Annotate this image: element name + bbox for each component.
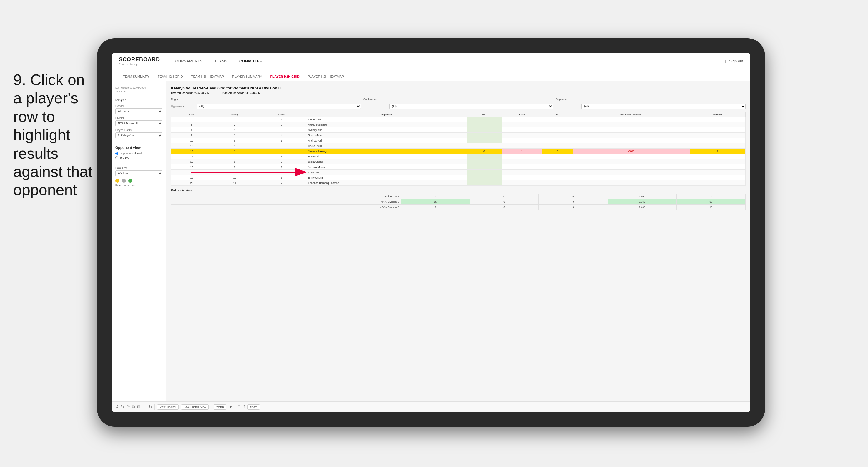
tab-player-h2h-heatmap[interactable]: PLAYER H2H HEATMAP [304, 72, 348, 81]
conference-filter-select[interactable]: (All) [389, 103, 554, 109]
opponent-filter-label: Opponent [556, 98, 579, 101]
table-row[interactable]: 613 Sydney Kuo [171, 127, 746, 133]
sidebar-timestamp: Last Updated: 27/03/2024 16:55:28 [115, 86, 162, 93]
copy-icon[interactable]: ⧉ [132, 405, 135, 409]
th-loss: Loss [502, 112, 542, 117]
opponent-view-radios: Opponents Played Top 100 [115, 152, 162, 159]
sidebar: Last Updated: 27/03/2024 16:55:28 Player… [112, 81, 166, 401]
logo-area: SCOREBOARD Powered by clippd [119, 57, 160, 66]
grid-icon[interactable]: ⊞ [238, 405, 241, 409]
table-row[interactable]: 131 Heejo Hyun [171, 143, 746, 149]
main-content: Last Updated: 27/03/2024 16:55:28 Player… [112, 81, 750, 401]
opponents-label: Opponents: [171, 105, 194, 108]
share-button[interactable]: Share [247, 404, 260, 410]
colour-level-circle [122, 179, 126, 183]
gender-label: Gender [115, 104, 162, 107]
out-row-foreign[interactable]: Foreign Team 1 0 0 4.500 2 [171, 194, 746, 199]
instruction-text: 9. Click on a player's row to highlight … [13, 71, 96, 199]
th-opponent: Opponent [306, 112, 467, 117]
th-win: Win [467, 112, 502, 117]
th-div: # Div [171, 112, 212, 117]
nav-bar: SCOREBOARD Powered by clippd TOURNAMENTS… [112, 53, 750, 69]
tab-player-h2h-grid[interactable]: PLAYER H2H GRID [266, 72, 304, 81]
division-label: Division [115, 117, 162, 120]
tab-player-summary[interactable]: PLAYER SUMMARY [228, 72, 266, 81]
division-record: Division Record: 331 - 34 - 6 [220, 92, 259, 95]
watch-button[interactable]: Watch [214, 404, 226, 410]
opponent-view-title: Opponent view [115, 146, 162, 150]
share-icon[interactable]: ⤴ [243, 405, 245, 409]
table-row-highlighted[interactable]: 13 1 Jessica Huang 0 1 0 -3.00 2 [171, 149, 746, 154]
toolbar-sep-2 [211, 404, 211, 410]
table-header-row: # Div # Reg # Conf Opponent Win Loss Tie… [171, 112, 746, 117]
sidebar-divider-1 [115, 142, 162, 142]
gender-select[interactable]: Women's [115, 108, 162, 114]
content-panel: Katelyn Vo Head-to-Head Grid for Women's… [166, 81, 750, 401]
bottom-toolbar: ↺ ↻ ↷ ⧉ ⊞ — ↻ View: Original Save Custom… [112, 401, 750, 412]
toolbar-sep-1 [154, 404, 155, 410]
logo-sub: Powered by clippd [119, 63, 160, 66]
nav-tournaments[interactable]: TOURNAMENTS [172, 59, 204, 63]
watch-dropdown-icon[interactable]: ▼ [228, 405, 232, 409]
save-custom-view-button[interactable]: Save Custom View [181, 404, 209, 410]
table-row[interactable]: 20117 Federica Domecq Lacroze [171, 180, 746, 186]
player-rank-select[interactable]: 8. Katelyn Vo [115, 132, 162, 138]
player-rank-label: Player (Rank) [115, 129, 162, 131]
colour-down-circle [115, 179, 120, 183]
tab-team-h2h-grid[interactable]: TEAM H2H GRID [154, 72, 187, 81]
redo-icon[interactable]: ↻ [121, 405, 124, 409]
division-select[interactable]: NCAA Division III [115, 120, 162, 126]
table-row[interactable]: 31 Esther Lee [171, 117, 746, 122]
conference-filter-label: Conference [363, 98, 387, 101]
sign-out-link[interactable]: Sign out [729, 59, 743, 63]
nav-right: | Sign out [725, 59, 743, 63]
table-body: 31 Esther Lee 522 Alexis Sudjianto 613 S… [171, 117, 746, 186]
refresh-icon[interactable]: ↻ [149, 405, 152, 409]
out-table-body: Foreign Team 1 0 0 4.500 2 NAIA Division… [171, 194, 746, 210]
table-row[interactable]: 1585 Stella Cheng [171, 159, 746, 164]
radio-opponents-played[interactable]: Opponents Played [115, 152, 162, 155]
table-row[interactable]: 1474 Eunice Yi [171, 154, 746, 159]
sidebar-player-title: Player [115, 98, 162, 102]
table-row[interactable]: 19106 Emily Chang [171, 175, 746, 180]
opponent-filter-select[interactable]: (All) [581, 103, 746, 109]
nav-separator: | [725, 59, 725, 63]
out-row-naia1[interactable]: NAIA Division 1 15 0 0 9.267 30 [171, 199, 746, 205]
overall-record: Overall Record: 353 - 34 - 6 [171, 92, 209, 95]
tab-team-summary[interactable]: TEAM SUMMARY [119, 72, 154, 81]
table-row[interactable]: 914 Sharon Mun [171, 133, 746, 138]
region-filter-label: Region [171, 98, 194, 101]
logo-text: SCOREBOARD [119, 57, 160, 63]
dash-icon[interactable]: — [143, 405, 147, 409]
tab-team-h2h-heatmap[interactable]: TEAM H2H HEATMAP [187, 72, 228, 81]
table-row[interactable]: 1691 Jessica Mason [171, 164, 746, 170]
th-rounds: Rounds [690, 112, 745, 117]
opponents-filter-select[interactable]: (All) [197, 103, 361, 109]
out-of-division-title: Out of division [171, 189, 746, 192]
sidebar-divider-2 [115, 163, 162, 163]
tablet-screen: SCOREBOARD Powered by clippd TOURNAMENTS… [112, 53, 750, 412]
nav-committee[interactable]: COMMITTEE [238, 59, 264, 63]
colour-circles [115, 179, 162, 183]
colour-by-select[interactable]: Win/loss [115, 170, 162, 176]
table-row[interactable]: 1063 Andrea York [171, 138, 746, 143]
th-reg: # Reg [212, 112, 257, 117]
table-row[interactable]: 1822 Euna Lee [171, 170, 746, 175]
nav-teams[interactable]: TEAMS [213, 59, 228, 63]
colour-labels: Down Level Up [115, 184, 162, 186]
record-row: Overall Record: 353 - 34 - 6 Division Re… [171, 92, 746, 95]
out-row-ncaa2[interactable]: NCAA Division 2 5 0 0 7.400 10 [171, 205, 746, 210]
view-original-button[interactable]: View: Original [157, 404, 179, 410]
colour-by-label: Colour by [115, 166, 162, 169]
undo-icon[interactable]: ↺ [115, 405, 119, 409]
th-diff: Diff Av Strokes/Rnd [573, 112, 690, 117]
panel-title: Katelyn Vo Head-to-Head Grid for Women's… [171, 86, 746, 90]
table-row[interactable]: 522 Alexis Sudjianto [171, 122, 746, 127]
tablet-device: SCOREBOARD Powered by clippd TOURNAMENTS… [97, 38, 765, 427]
radio-top100[interactable]: Top 100 [115, 156, 162, 159]
toolbar-sep-3 [235, 404, 235, 410]
filter-row: Region Conference Opponent [171, 98, 746, 101]
forward-icon[interactable]: ↷ [126, 405, 130, 409]
paste-icon[interactable]: ⊞ [137, 405, 141, 409]
out-of-division-table: Foreign Team 1 0 0 4.500 2 NAIA Division… [171, 194, 746, 210]
